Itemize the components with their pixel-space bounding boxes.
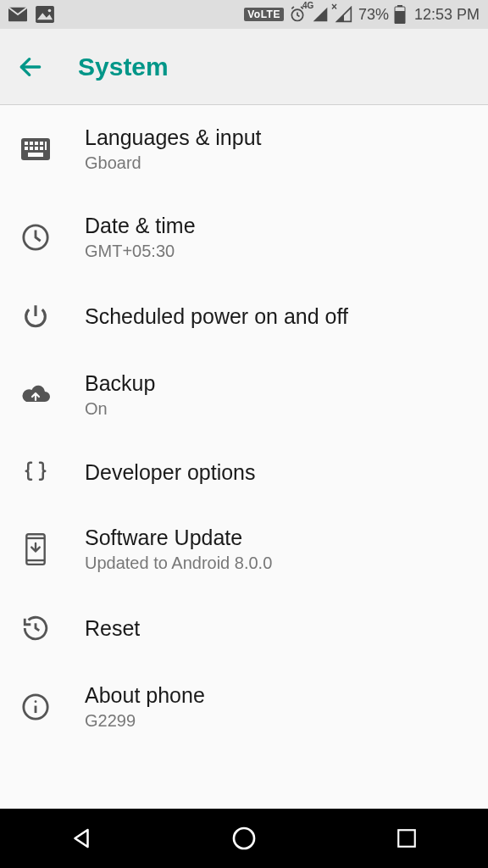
item-subtitle: G2299 xyxy=(85,711,205,731)
svg-rect-9 xyxy=(30,142,33,145)
item-subtitle: GMT+05:30 xyxy=(85,242,196,261)
cloud-upload-icon xyxy=(17,383,54,407)
clock-icon xyxy=(17,223,54,252)
item-subtitle: Gboard xyxy=(85,153,262,173)
mail-icon xyxy=(8,7,27,22)
svg-rect-12 xyxy=(25,147,28,150)
phone-download-icon xyxy=(17,533,54,565)
item-title: Scheduled power on and off xyxy=(85,304,348,329)
info-icon xyxy=(17,693,54,721)
item-title: Backup xyxy=(85,371,155,396)
keyboard-icon xyxy=(17,138,54,160)
svg-rect-11 xyxy=(40,142,43,145)
item-about-phone[interactable]: About phone G2299 xyxy=(0,663,488,739)
app-header: System xyxy=(0,29,488,105)
item-languages-input[interactable]: Languages & input Gboard xyxy=(0,105,488,193)
svg-rect-6 xyxy=(395,11,405,24)
settings-list: Languages & input Gboard Date & time GMT… xyxy=(0,105,488,809)
svg-point-24 xyxy=(35,700,37,703)
item-subtitle: On xyxy=(85,399,155,419)
item-developer-options[interactable]: Developer options xyxy=(0,439,488,505)
svg-rect-16 xyxy=(45,142,47,150)
power-icon xyxy=(17,302,54,331)
status-right: VoLTE 4G × 73% 12:53 PM xyxy=(244,5,480,24)
svg-rect-13 xyxy=(30,147,33,150)
item-backup[interactable]: Backup On xyxy=(0,351,488,439)
nav-back-button[interactable] xyxy=(54,818,108,859)
item-subtitle: Updated to Android 8.0.0 xyxy=(85,554,272,573)
screen: VoLTE 4G × 73% 12:53 PM System xyxy=(0,0,488,868)
nav-bar xyxy=(0,809,488,868)
item-title: Date & time xyxy=(85,214,196,238)
battery-icon xyxy=(394,5,406,24)
signal-1-icon: 4G xyxy=(311,6,330,23)
svg-rect-8 xyxy=(25,142,28,145)
restore-icon xyxy=(17,614,54,643)
volte-badge: VoLTE xyxy=(244,8,284,21)
item-title: Reset xyxy=(85,616,140,641)
status-bar: VoLTE 4G × 73% 12:53 PM xyxy=(0,0,488,29)
item-reset[interactable]: Reset xyxy=(0,593,488,663)
item-title: Developer options xyxy=(85,460,256,485)
back-button[interactable] xyxy=(17,53,44,81)
image-icon xyxy=(36,6,54,23)
network-gen-label: 4G xyxy=(302,1,313,10)
svg-point-25 xyxy=(234,828,254,849)
item-title: Languages & input xyxy=(85,125,262,150)
svg-rect-26 xyxy=(398,830,415,847)
item-software-update[interactable]: Software Update Updated to Android 8.0.0 xyxy=(0,505,488,593)
item-scheduled-power[interactable]: Scheduled power on and off xyxy=(0,281,488,351)
svg-rect-14 xyxy=(35,147,38,150)
nav-home-button[interactable] xyxy=(217,818,271,859)
battery-percent: 73% xyxy=(358,6,389,24)
braces-icon xyxy=(17,459,54,485)
svg-rect-15 xyxy=(40,147,43,150)
item-title: Software Update xyxy=(85,526,272,550)
item-title: About phone xyxy=(85,683,205,708)
clock-text: 12:53 PM xyxy=(414,6,480,24)
svg-point-2 xyxy=(48,9,52,13)
item-date-time[interactable]: Date & time GMT+05:30 xyxy=(0,193,488,281)
signal-2-icon: × xyxy=(335,6,353,23)
svg-rect-1 xyxy=(36,6,54,23)
status-left xyxy=(8,6,54,23)
page-title: System xyxy=(78,53,169,81)
svg-rect-10 xyxy=(35,142,38,145)
svg-rect-17 xyxy=(28,153,43,157)
nav-recent-button[interactable] xyxy=(380,818,434,859)
